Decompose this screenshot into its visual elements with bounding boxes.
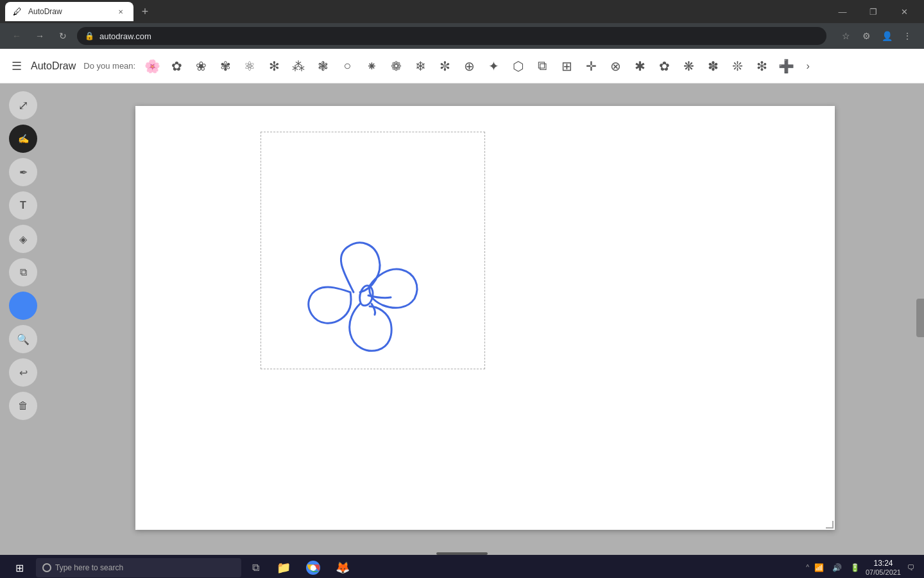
volume-icon[interactable]: 🔊 bbox=[830, 560, 845, 575]
suggestion-25[interactable]: ❇ bbox=[750, 55, 773, 78]
start-button[interactable]: ⊞ bbox=[5, 556, 33, 578]
suggestion-20[interactable]: ✱ bbox=[628, 55, 651, 78]
suggestion-2[interactable]: ❀ bbox=[189, 55, 212, 78]
canvas-area[interactable] bbox=[46, 83, 924, 552]
url-text: autodraw.com bbox=[99, 31, 819, 41]
suggestion-3[interactable]: ✾ bbox=[214, 55, 237, 78]
battery-icon[interactable]: 🔋 bbox=[848, 560, 863, 575]
app-logo: AutoDraw bbox=[31, 60, 76, 72]
profile-button[interactable]: 👤 bbox=[878, 27, 896, 45]
suggestion-12[interactable]: ✼ bbox=[433, 55, 456, 78]
suggestion-7[interactable]: ❃ bbox=[311, 55, 334, 78]
address-actions: ☆ ⚙ 👤 ⋮ bbox=[837, 27, 916, 45]
search-placeholder: Type here to search bbox=[55, 563, 123, 572]
windows-icon: ⊞ bbox=[15, 562, 24, 574]
chrome-icon bbox=[306, 561, 320, 575]
suggestion-23[interactable]: ✽ bbox=[701, 55, 724, 78]
taskbar-search[interactable]: Type here to search bbox=[36, 558, 241, 577]
more-suggestions-button[interactable]: › bbox=[799, 57, 817, 75]
taskbar-apps: 📁 🦊 bbox=[270, 556, 357, 578]
tab-bar: 🖊 AutoDraw ✕ + — ❐ ✕ bbox=[0, 0, 924, 23]
suggestion-10[interactable]: ❁ bbox=[384, 55, 407, 78]
suggestion-21[interactable]: ✿ bbox=[653, 55, 676, 78]
main-area: ⤢ ✍ ✒ T ◈ ⧉ 🔍 ↩ 🗑 bbox=[0, 83, 924, 552]
zoom-tool-button[interactable]: 🔍 bbox=[9, 325, 37, 353]
tray-overflow[interactable]: ^ bbox=[806, 564, 809, 571]
bookmark-button[interactable]: ☆ bbox=[837, 27, 855, 45]
task-view-icon: ⧉ bbox=[252, 562, 259, 574]
svg-point-2 bbox=[311, 565, 316, 570]
minimize-button[interactable]: — bbox=[828, 2, 857, 21]
shapes-tool-button[interactable]: ⧉ bbox=[9, 258, 37, 286]
reload-button[interactable]: ↻ bbox=[54, 27, 72, 45]
taskbar: ⊞ Type here to search ⧉ 📁 🦊 ^ 📶 🔊 🔋 bbox=[0, 555, 924, 578]
fill-tool-button[interactable]: ◈ bbox=[9, 225, 37, 253]
suggestion-18[interactable]: ✛ bbox=[579, 55, 603, 78]
extensions-button[interactable]: ⚙ bbox=[857, 27, 875, 45]
tab-favicon: 🖊 bbox=[13, 6, 23, 17]
menu-button[interactable]: ⋮ bbox=[898, 27, 916, 45]
suggestion-22[interactable]: ❋ bbox=[677, 55, 700, 78]
new-tab-button[interactable]: + bbox=[136, 3, 154, 21]
suggestion-13[interactable]: ⊕ bbox=[458, 55, 481, 78]
hamburger-menu-button[interactable]: ☰ bbox=[5, 55, 28, 78]
suggestion-4[interactable]: ⚛ bbox=[238, 55, 261, 78]
canvas-corner[interactable] bbox=[825, 520, 835, 530]
close-button[interactable]: ✕ bbox=[889, 2, 919, 21]
suggestion-16[interactable]: ⧉ bbox=[531, 55, 554, 78]
tab-title: AutoDraw bbox=[28, 7, 110, 16]
suggestion-14[interactable]: ✦ bbox=[482, 55, 505, 78]
draw-tool-button[interactable]: ✒ bbox=[9, 158, 37, 186]
suggestion-6[interactable]: ⁂ bbox=[287, 55, 310, 78]
firefox-app[interactable]: 🦊 bbox=[329, 556, 357, 578]
left-toolbar: ⤢ ✍ ✒ T ◈ ⧉ 🔍 ↩ 🗑 bbox=[0, 83, 46, 552]
clock-date: 07/05/2021 bbox=[866, 568, 901, 577]
network-icon[interactable]: 📶 bbox=[812, 560, 827, 575]
task-view-button[interactable]: ⧉ bbox=[244, 556, 267, 578]
clock-time: 13:24 bbox=[873, 559, 893, 568]
suggestion-17[interactable]: ⊞ bbox=[555, 55, 578, 78]
suggestion-5[interactable]: ✻ bbox=[262, 55, 286, 78]
notification-button[interactable]: 🗨 bbox=[903, 560, 919, 575]
scroll-indicator bbox=[436, 552, 488, 555]
file-explorer-app[interactable]: 📁 bbox=[270, 556, 298, 578]
maximize-button[interactable]: ❐ bbox=[859, 2, 888, 21]
scroll-handle[interactable] bbox=[916, 299, 924, 337]
tab-close-button[interactable]: ✕ bbox=[116, 6, 126, 17]
address-input[interactable]: 🔒 autodraw.com bbox=[77, 27, 826, 45]
undo-button[interactable]: ↩ bbox=[9, 358, 37, 387]
suggestion-0[interactable]: 🌸 bbox=[141, 55, 164, 78]
suggestion-15[interactable]: ⬡ bbox=[506, 55, 529, 78]
suggestion-1[interactable]: ✿ bbox=[165, 55, 188, 78]
delete-button[interactable]: 🗑 bbox=[9, 392, 37, 420]
suggestion-19[interactable]: ⊗ bbox=[604, 55, 627, 78]
text-tool-button[interactable]: T bbox=[9, 191, 37, 220]
back-button[interactable]: ← bbox=[8, 27, 26, 45]
do-you-mean-label: Do you mean: bbox=[83, 61, 135, 71]
autodraw-toolbar: ☰ AutoDraw Do you mean: 🌸 ✿ ❀ ✾ ⚛ ✻ ⁂ ❃ … bbox=[0, 49, 924, 83]
suggestions-row: 🌸 ✿ ❀ ✾ ⚛ ✻ ⁂ ❃ ○ ⁕ ❁ ❄ ✼ ⊕ ✦ ⬡ ⧉ ⊞ ✛ ⊗ … bbox=[141, 55, 919, 78]
canvas-bottom-bar bbox=[0, 552, 924, 555]
chrome-app[interactable] bbox=[299, 556, 327, 578]
system-clock[interactable]: 13:24 07/05/2021 bbox=[866, 559, 901, 577]
suggestion-11[interactable]: ❄ bbox=[409, 55, 432, 78]
system-tray: ^ 📶 🔊 🔋 13:24 07/05/2021 🗨 bbox=[806, 559, 919, 577]
search-circle-icon bbox=[42, 563, 51, 572]
suggestion-8[interactable]: ○ bbox=[336, 55, 359, 78]
drawing-canvas[interactable] bbox=[135, 106, 835, 530]
color-picker-button[interactable] bbox=[9, 292, 37, 320]
window-controls: — ❐ ✕ bbox=[828, 2, 919, 21]
suggestion-26[interactable]: ➕ bbox=[774, 55, 798, 78]
active-tab[interactable]: 🖊 AutoDraw ✕ bbox=[5, 2, 133, 21]
autodraw-tool-button[interactable]: ✍ bbox=[9, 125, 37, 153]
address-bar: ← → ↻ 🔒 autodraw.com ☆ ⚙ 👤 ⋮ bbox=[0, 23, 924, 49]
suggestion-24[interactable]: ❊ bbox=[726, 55, 749, 78]
lock-icon: 🔒 bbox=[85, 31, 94, 40]
select-tool-button[interactable]: ⤢ bbox=[9, 91, 37, 119]
flower-drawing bbox=[277, 209, 482, 414]
forward-button[interactable]: → bbox=[31, 27, 49, 45]
suggestion-9[interactable]: ⁕ bbox=[360, 55, 383, 78]
